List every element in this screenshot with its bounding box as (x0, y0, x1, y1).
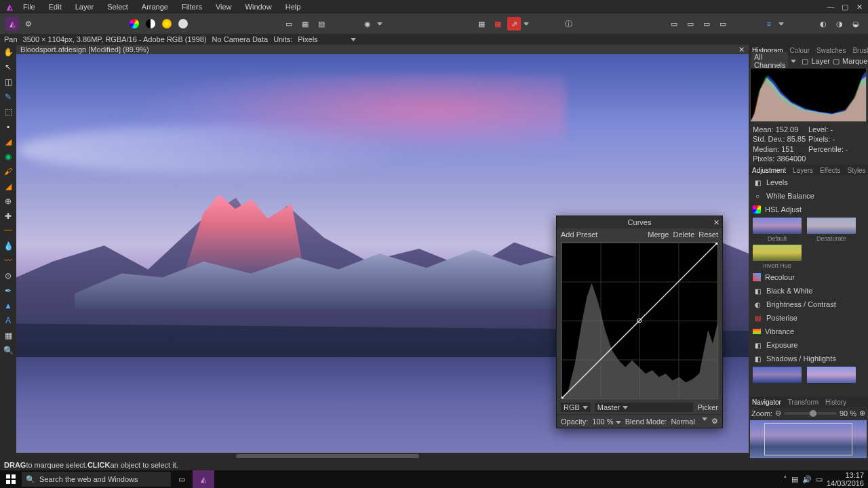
order2-icon[interactable]: ◑ (833, 17, 846, 30)
adj-bw[interactable]: ◧Black & White (749, 284, 868, 298)
tray-vol-icon[interactable]: 🔊 (802, 475, 812, 484)
color-wheel-icon[interactable] (127, 17, 141, 30)
dropdown-icon[interactable] (524, 22, 529, 26)
tool-sponge[interactable]: 〰 (2, 255, 14, 267)
persona-liquify[interactable]: ⚙ (22, 17, 35, 30)
curves-channel-select[interactable]: RGB (561, 403, 591, 412)
gear-icon[interactable]: ⚙ (711, 417, 718, 426)
preset-sh-1[interactable] (751, 367, 803, 383)
cool-icon[interactable] (176, 17, 190, 30)
tool-brush[interactable]: 🖌 (2, 165, 14, 178)
menu-edit[interactable]: Edit (42, 3, 68, 11)
tool-redeye[interactable]: ⊙ (2, 270, 14, 282)
tab-layers[interactable]: Layers (789, 167, 816, 174)
tool-marquee[interactable]: ⬚ (2, 106, 14, 118)
adj-hsl[interactable]: HSL Adjust (749, 203, 868, 216)
adj-levels[interactable]: ◧Levels (749, 176, 868, 189)
snap1-icon[interactable]: ▦ (475, 17, 488, 30)
opacity-value[interactable]: 100 % (592, 418, 620, 426)
adj-vibrance[interactable]: Vibrance (749, 325, 868, 338)
dropdown-icon[interactable] (778, 22, 784, 26)
tool-erase[interactable]: ◢ (2, 180, 14, 192)
menu-window[interactable]: Window (239, 3, 279, 11)
tab-transform[interactable]: Transform (785, 399, 822, 406)
curves-close-icon[interactable]: ✕ (713, 218, 719, 227)
curves-add-preset[interactable]: Add Preset (561, 230, 597, 239)
tool-gradient[interactable]: ◉ (2, 150, 14, 163)
tool-hand[interactable]: ✋ (2, 46, 14, 58)
tool-zoom[interactable]: 🔍 (2, 344, 14, 357)
tool-blur[interactable]: 💧 (2, 240, 14, 252)
adj-posterise[interactable]: ▤Posterise (749, 311, 868, 325)
arrange1-icon[interactable]: ▭ (667, 17, 681, 30)
tab-effects[interactable]: Effects (816, 167, 844, 174)
dropdown-icon[interactable] (791, 60, 796, 63)
tool-mesh[interactable]: ▦ (2, 329, 14, 342)
tab-colour[interactable]: Colour (787, 47, 813, 54)
adj-recolour[interactable]: Recolour (749, 270, 868, 284)
order3-icon[interactable]: ◒ (849, 17, 863, 30)
adj-exposure[interactable]: ◧Exposure (749, 338, 868, 352)
navigator-thumb[interactable] (750, 420, 867, 458)
assistant-icon[interactable]: ⓘ (561, 17, 575, 30)
dropdown-icon[interactable] (351, 38, 356, 41)
quickmask-icon[interactable]: ◉ (361, 17, 374, 30)
curves-delete[interactable]: Delete (673, 230, 694, 239)
curves-master-select[interactable]: Master (595, 403, 694, 412)
tab-navigator[interactable]: Navigator (749, 399, 785, 406)
opt-marquee[interactable]: Marquee (842, 57, 868, 65)
tray-up-icon[interactable]: ˄ (783, 475, 787, 484)
tool-fill[interactable]: ◢ (2, 136, 14, 148)
tool-text[interactable]: A (2, 314, 14, 327)
tab-brushes[interactable]: Brushes (849, 47, 868, 54)
tab-close-icon[interactable]: ✕ (738, 45, 745, 54)
zoom-value[interactable]: 90 % (840, 409, 856, 418)
horizontal-scrollbar[interactable] (16, 453, 749, 460)
preset-default[interactable]: Default (751, 218, 803, 242)
menu-filters[interactable]: Filters (175, 3, 209, 11)
opt-layer[interactable]: Layer (811, 57, 830, 65)
preset-desaturate[interactable]: Desaturate (806, 218, 857, 242)
sel-sub-icon[interactable]: ▨ (315, 17, 328, 30)
window-max-icon[interactable]: ▢ (839, 3, 851, 12)
curves-dialog[interactable]: Curves ✕ Add Preset Merge Delete Reset R… (556, 216, 723, 428)
tool-pen[interactable]: ✒ (2, 285, 14, 297)
bw-icon[interactable] (144, 17, 157, 30)
tab-adjustment[interactable]: Adjustment (749, 167, 789, 174)
start-button[interactable] (0, 470, 22, 488)
tray-notif-icon[interactable]: ▭ (816, 475, 823, 484)
window-close-icon[interactable]: ✕ (853, 3, 865, 12)
snap3-icon[interactable]: ⇗ (507, 17, 521, 30)
taskbar-search[interactable]: 🔍 Search the web and Windows (22, 472, 171, 487)
curves-picker[interactable]: Picker (697, 403, 718, 411)
taskbar-app-affinity[interactable]: ◭ (193, 470, 214, 488)
tool-selection-brush[interactable]: ✎ (2, 91, 14, 103)
tab-styles[interactable]: Styles (844, 167, 868, 174)
units-value[interactable]: Pixels (298, 35, 317, 43)
zoom-slider[interactable] (784, 412, 837, 415)
blend-mode-select[interactable]: Normal (671, 418, 707, 426)
menu-help[interactable]: Help (279, 3, 308, 11)
snap2-icon[interactable]: ▦ (491, 17, 505, 30)
tool-dodge[interactable]: 〰 (2, 225, 14, 237)
document-tab[interactable]: Bloodsport.afdesign [Modified] (89.9%) ✕ (16, 45, 749, 54)
curves-merge[interactable]: Merge (648, 230, 669, 239)
tool-shape[interactable]: ▲ (2, 300, 14, 312)
menu-arrange[interactable]: Arrange (135, 3, 175, 11)
adj-wb[interactable]: ○White Balance (749, 189, 868, 203)
tab-history[interactable]: History (822, 399, 850, 406)
menu-view[interactable]: View (209, 3, 239, 11)
curves-titlebar[interactable]: Curves ✕ (557, 216, 722, 228)
dropdown-icon[interactable] (377, 22, 382, 26)
tool-crop[interactable]: ◫ (2, 76, 14, 88)
sel-rect-icon[interactable]: ▭ (282, 17, 296, 30)
curves-graph[interactable] (561, 242, 718, 399)
curves-reset[interactable]: Reset (698, 230, 718, 239)
arrange4-icon[interactable]: ▭ (716, 17, 730, 30)
tool-flood[interactable]: ▪ (2, 121, 14, 133)
window-min-icon[interactable]: — (825, 3, 837, 11)
preset-inverthue[interactable]: Invert Hue (751, 245, 803, 269)
tool-move[interactable]: ↖ (2, 61, 14, 73)
zoom-in-icon[interactable]: ⊕ (859, 409, 865, 418)
tray-net-icon[interactable]: ▤ (791, 475, 798, 484)
